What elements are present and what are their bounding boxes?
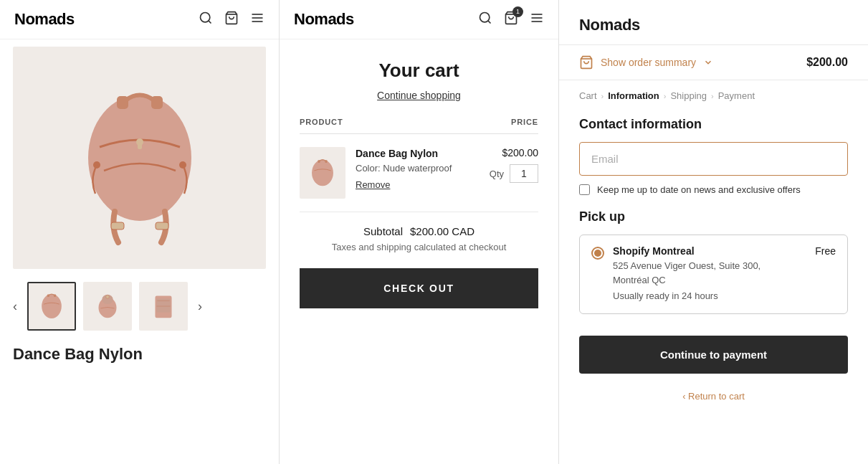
middle-search-icon[interactable] (478, 11, 492, 29)
pickup-info: Shopify Montreal 525 Avenue Viger Ouest,… (613, 245, 806, 303)
product-main-image (13, 47, 266, 269)
thumbnail-1[interactable] (27, 282, 76, 331)
subtotal-label: Subtotal (363, 225, 403, 237)
continue-payment-button[interactable]: Continue to payment (579, 336, 848, 374)
thumbnail-2[interactable] (83, 282, 132, 331)
breadcrumb: Cart › Information › Shipping › Payment (559, 80, 868, 111)
breadcrumb-information[interactable]: Information (608, 90, 659, 101)
menu-icon[interactable] (250, 11, 264, 29)
svg-rect-31 (318, 160, 320, 163)
svg-point-6 (88, 95, 191, 221)
breadcrumb-shipping[interactable]: Shipping (670, 90, 707, 101)
breadcrumb-cart[interactable]: Cart (579, 90, 597, 101)
middle-cart-icon[interactable]: 1 (504, 11, 518, 29)
svg-rect-8 (151, 96, 163, 109)
remove-item-button[interactable]: Remove (356, 179, 390, 190)
thumbnails-row: ‹ › (0, 276, 279, 336)
qty-label: Qty (490, 169, 504, 179)
order-summary-label: Show order summary (601, 57, 696, 68)
svg-rect-17 (54, 294, 56, 296)
cart-content: Your cart Continue shopping PRODUCT PRIC… (280, 39, 558, 320)
cart-item-right: $200.00 Qty 1 (490, 147, 538, 183)
newsletter-row: Keep me up to date on news and exclusive… (579, 184, 848, 195)
svg-line-1 (209, 20, 211, 23)
left-brand: Nomads (14, 10, 199, 29)
cart-table-header: PRODUCT PRICE (300, 118, 538, 134)
svg-rect-10 (138, 142, 142, 149)
pickup-address: 525 Avenue Viger Ouest, Suite 300,Montré… (613, 259, 806, 287)
right-panel: Nomads Show order summary $200.00 Cart ›… (559, 0, 868, 464)
product-title-section: Dance Bag Nylon (0, 336, 279, 368)
right-brand: Nomads (559, 0, 868, 44)
subtotal-row: Subtotal $200.00 CAD (363, 225, 474, 237)
pickup-price: Free (815, 245, 836, 257)
svg-rect-7 (117, 96, 128, 109)
subtotal-note: Taxes and shipping calculated at checkou… (332, 242, 507, 252)
order-summary-bar: Show order summary $200.00 (559, 44, 868, 80)
svg-point-15 (42, 294, 62, 318)
breadcrumb-sep-1: › (601, 92, 604, 100)
cart-item-color: Color: Nude waterproof (356, 163, 480, 174)
contact-section: Contact information Keep me up to date o… (559, 111, 868, 205)
qty-input[interactable]: 1 (510, 164, 538, 183)
svg-point-0 (201, 12, 210, 22)
breadcrumb-sep-3: › (711, 92, 714, 100)
cart-item-image (300, 147, 345, 199)
subtotal-section: Subtotal $200.00 CAD Taxes and shipping … (300, 212, 538, 258)
svg-rect-11 (111, 222, 124, 229)
pickup-option[interactable]: Shopify Montreal 525 Avenue Viger Ouest,… (579, 235, 848, 314)
radio-selected (591, 247, 604, 260)
middle-menu-icon[interactable] (530, 11, 544, 29)
cart-icon[interactable] (224, 11, 239, 29)
cart-title: Your cart (300, 60, 538, 82)
breadcrumb-payment[interactable]: Payment (718, 90, 755, 101)
continue-shopping-link[interactable]: Continue shopping (300, 89, 538, 102)
pickup-title: Pick up (579, 209, 848, 224)
thumbnail-3[interactable] (139, 282, 188, 331)
cart-item-details: Dance Bag Nylon Color: Nude waterproof R… (356, 147, 480, 191)
newsletter-checkbox[interactable] (579, 184, 590, 195)
checkout-button[interactable]: CHECK OUT (300, 268, 538, 308)
cart-badge-count: 1 (512, 6, 523, 17)
radio-dot-inner (594, 250, 601, 257)
left-nav-icons (199, 11, 264, 29)
order-summary-toggle[interactable]: Show order summary (579, 55, 713, 70)
pickup-store-name: Shopify Montreal (613, 245, 806, 257)
return-to-cart-link[interactable]: ‹ Return to cart (559, 385, 868, 407)
left-panel: Nomads (0, 0, 280, 464)
cart-item-price: $200.00 (502, 147, 538, 158)
price-col-header: PRICE (511, 118, 538, 126)
svg-rect-32 (325, 160, 327, 163)
svg-point-20 (106, 295, 110, 299)
left-navbar: Nomads (0, 0, 279, 39)
search-icon[interactable] (199, 11, 213, 29)
newsletter-label: Keep me up to date on news and exclusive… (597, 184, 801, 195)
middle-nav-icons: 1 (478, 11, 544, 29)
order-summary-price: $200.00 (806, 56, 848, 69)
subtotal-value: $200.00 CAD (410, 225, 474, 237)
svg-line-25 (488, 20, 491, 23)
chevron-down-icon (703, 57, 713, 67)
middle-panel: Nomads 1 Your cart C (280, 0, 559, 464)
middle-brand: Nomads (294, 10, 478, 29)
middle-navbar: Nomads 1 (280, 0, 558, 39)
cart-summary-icon (579, 55, 593, 70)
next-thumb-arrow[interactable]: › (195, 296, 205, 317)
pickup-ready: Usually ready in 24 hours (613, 289, 806, 303)
product-col-header: PRODUCT (300, 118, 343, 126)
svg-point-30 (312, 160, 333, 186)
cart-item: Dance Bag Nylon Color: Nude waterproof R… (300, 134, 538, 212)
breadcrumb-sep-2: › (664, 92, 667, 100)
svg-rect-16 (47, 294, 49, 296)
svg-point-24 (480, 12, 490, 22)
qty-row: Qty 1 (490, 164, 538, 183)
contact-title: Contact information (579, 117, 848, 132)
product-title: Dance Bag Nylon (13, 345, 266, 364)
prev-thumb-arrow[interactable]: ‹ (10, 296, 20, 317)
pickup-section: Pick up Shopify Montreal 525 Avenue Vige… (559, 205, 868, 324)
cart-item-name: Dance Bag Nylon (356, 147, 480, 160)
svg-rect-12 (156, 222, 168, 229)
email-field[interactable] (579, 142, 848, 176)
